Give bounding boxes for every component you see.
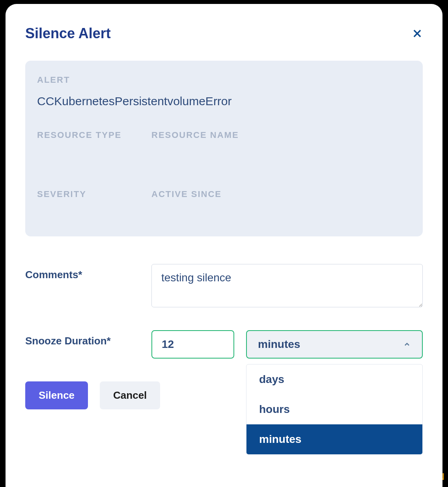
duration-value-input[interactable]	[151, 330, 234, 359]
duration-option-hours[interactable]: hours	[246, 394, 422, 424]
alert-name-value: CCKubernetesPersistentvolumeError	[37, 95, 411, 108]
resource-name-label: RESOURCE NAME	[151, 130, 411, 140]
duration-unit-menu: days hours minutes	[246, 364, 423, 455]
cancel-button[interactable]: Cancel	[100, 381, 160, 409]
resource-type-label: RESOURCE TYPE	[37, 130, 151, 140]
duration-label: Snooze Duration*	[25, 330, 151, 347]
modal-header: Silence Alert	[25, 25, 423, 42]
comments-label: Comments*	[25, 264, 151, 281]
comments-input[interactable]	[151, 264, 423, 307]
chevron-up-icon	[403, 340, 411, 348]
modal-title: Silence Alert	[25, 25, 111, 42]
active-since-label: ACTIVE SINCE	[151, 189, 411, 199]
alert-details-panel: ALERT CCKubernetesPersistentvolumeError …	[25, 61, 423, 236]
duration-unit-value: minutes	[258, 338, 300, 351]
silence-button[interactable]: Silence	[25, 381, 88, 409]
comments-row: Comments*	[25, 264, 423, 307]
duration-unit-dropdown[interactable]: minutes	[246, 330, 423, 359]
silence-alert-modal: Silence Alert ALERT CCKubernetesPersiste…	[6, 4, 442, 487]
close-icon[interactable]	[412, 28, 423, 39]
severity-label: SEVERITY	[37, 189, 151, 199]
duration-option-minutes[interactable]: minutes	[246, 424, 422, 454]
alert-label: ALERT	[37, 75, 411, 85]
duration-row: Snooze Duration* minutes days hours minu…	[25, 330, 423, 359]
duration-option-days[interactable]: days	[246, 364, 422, 394]
